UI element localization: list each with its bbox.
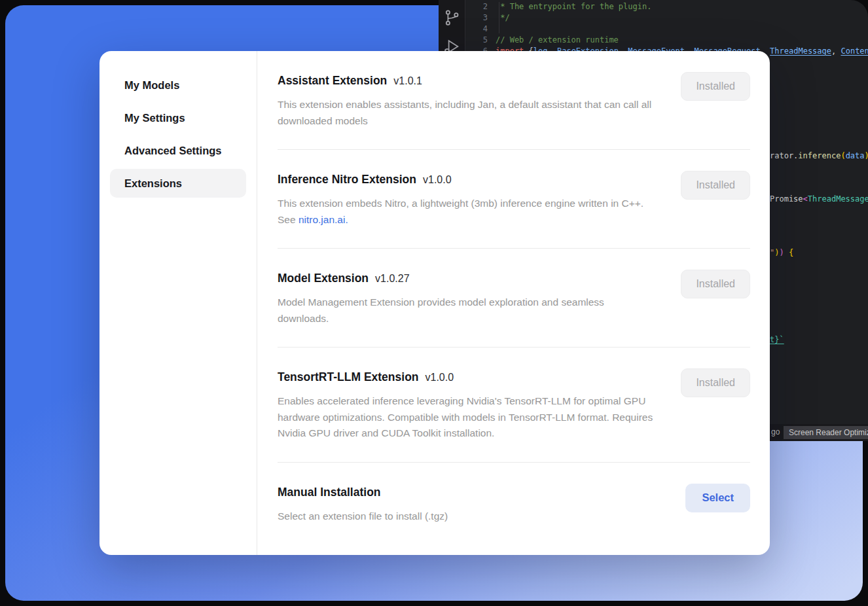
code-area: 2 * The entrypoint for the plugin. 3 */ … — [465, 1, 868, 57]
manual-installation-row: Manual Installation Select an extension … — [278, 463, 750, 545]
sidebar-item-my-models[interactable]: My Models — [110, 71, 246, 99]
code-text: */ — [496, 12, 510, 24]
extension-version: v1.0.0 — [425, 372, 454, 383]
code-fragment: rator.inference(data)); — [770, 151, 868, 161]
extension-description: Model Management Extension provides mode… — [278, 294, 657, 327]
extension-row: TensortRT-LLM Extensionv1.0.0 Enables ac… — [278, 348, 750, 463]
extension-version: v1.0.1 — [393, 75, 422, 86]
installed-button[interactable]: Installed — [681, 368, 750, 397]
extension-info: Inference Nitro Extensionv1.0.0 This ext… — [278, 172, 657, 228]
screen-reader-status-item[interactable]: Screen Reader Optimiz — [784, 426, 868, 439]
extension-description: Enables accelerated inference leveraging… — [278, 393, 657, 442]
installed-button[interactable]: Installed — [681, 72, 750, 101]
code-text: // Web / extension runtime — [496, 35, 619, 46]
code-fragment: t}` — [770, 335, 784, 345]
manual-installation-info: Manual Installation Select an extension … — [278, 485, 448, 525]
nitro-jan-ai-link[interactable]: nitro.jan.ai. — [298, 214, 348, 225]
extension-description: This extension enables assistants, inclu… — [278, 97, 657, 129]
line-number: 2 — [465, 1, 488, 12]
select-file-button[interactable]: Select — [685, 484, 750, 512]
extension-row: Inference Nitro Extensionv1.0.0 This ext… — [278, 150, 750, 249]
code-fragment: Promise<ThreadMessage> — [770, 194, 868, 204]
status-bar-text: go — [771, 427, 780, 437]
code-line: 3 */ — [465, 12, 868, 24]
extension-info: Model Extensionv1.0.27 Model Management … — [278, 271, 657, 327]
settings-modal: My Models My Settings Advanced Settings … — [99, 51, 770, 555]
extension-title: Inference Nitro Extension — [278, 173, 416, 186]
extensions-panel: Assistant Extensionv1.0.1 This extension… — [257, 51, 770, 555]
extension-title: TensortRT-LLM Extension — [278, 370, 419, 383]
extension-description: This extension embeds Nitro, a lightweig… — [278, 196, 657, 228]
extension-row: Model Extensionv1.0.27 Model Management … — [278, 249, 750, 348]
line-number: 3 — [465, 12, 488, 24]
extension-version: v1.0.0 — [423, 174, 452, 185]
sidebar-item-advanced-settings[interactable]: Advanced Settings — [110, 136, 246, 165]
extension-version: v1.0.27 — [375, 273, 409, 284]
source-control-icon[interactable] — [442, 8, 461, 27]
extension-info: Assistant Extensionv1.0.1 This extension… — [278, 73, 657, 129]
extension-title: Model Extension — [278, 272, 369, 285]
code-text: * The entrypoint for the plugin. — [496, 1, 651, 12]
code-line: 2 * The entrypoint for the plugin. — [465, 1, 868, 12]
code-line: 4 — [465, 24, 868, 35]
line-number: 5 — [465, 35, 488, 46]
installed-button[interactable]: Installed — [681, 171, 750, 200]
settings-sidebar: My Models My Settings Advanced Settings … — [99, 51, 257, 555]
manual-installation-description: Select an extension file to install (.tg… — [278, 508, 448, 525]
installed-button[interactable]: Installed — [681, 270, 750, 298]
code-fragment: ")) { — [770, 248, 793, 258]
extension-row: Assistant Extensionv1.0.1 This extension… — [278, 51, 750, 150]
sidebar-item-extensions[interactable]: Extensions — [110, 169, 246, 198]
manual-installation-title: Manual Installation — [278, 486, 381, 499]
extension-info: TensortRT-LLM Extensionv1.0.0 Enables ac… — [278, 370, 657, 442]
line-number: 4 — [465, 24, 488, 35]
sidebar-item-my-settings[interactable]: My Settings — [110, 103, 246, 132]
code-line: 5// Web / extension runtime — [465, 35, 868, 46]
extension-title: Assistant Extension — [278, 74, 387, 87]
